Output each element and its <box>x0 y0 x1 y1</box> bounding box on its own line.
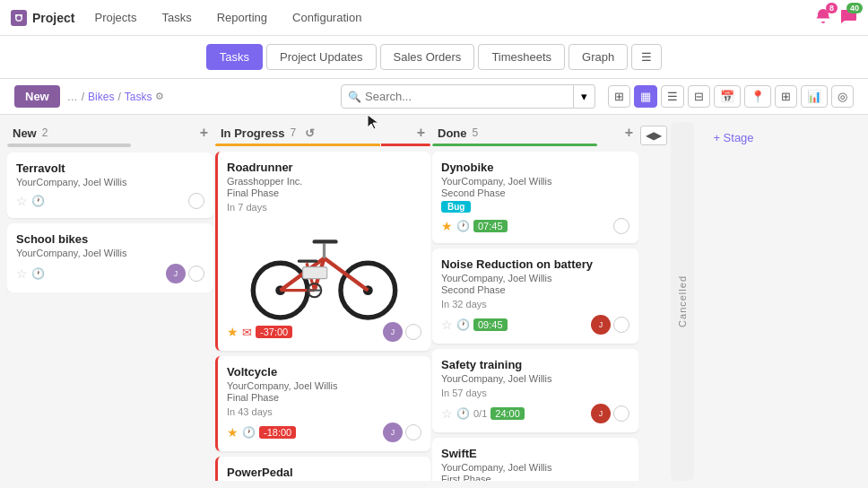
tab-sales-orders[interactable]: Sales Orders <box>380 44 475 70</box>
card-noise-reduction[interactable]: Noise Reduction on battery YourCompany, … <box>432 248 638 344</box>
app-logo[interactable]: Project <box>11 10 74 26</box>
breadcrumb: … / Bikes / Tasks ⚙ <box>67 91 165 103</box>
toggle-circle[interactable] <box>188 266 204 282</box>
view-activity-btn[interactable]: ◎ <box>831 85 854 108</box>
card-company: YourCompany, Joel Willis <box>16 177 204 187</box>
col-count-new: 2 <box>42 126 48 139</box>
nav-projects[interactable]: Projects <box>89 7 142 28</box>
card-company: YourCompany, Joel Willis <box>441 462 629 473</box>
card-footer: ★ 🕐 07:45 <box>441 218 629 234</box>
column-done: Done 5 + Dynobike YourCompany, Joel Will… <box>432 122 638 481</box>
breadcrumb-dots: … <box>67 91 78 103</box>
toggle-circle[interactable] <box>613 405 629 422</box>
tab-project-updates[interactable]: Project Updates <box>266 44 377 70</box>
card-actions: J <box>591 315 629 335</box>
view-filter-btn[interactable]: ⊞ <box>608 85 630 108</box>
avatar: J <box>383 423 403 442</box>
time-badge: -18:00 <box>259 426 296 439</box>
star-icon[interactable]: ☆ <box>16 194 28 208</box>
view-pivot-btn[interactable]: ⊞ <box>775 85 797 108</box>
card-company: YourCompany, Joel Willis <box>441 273 629 283</box>
card-actions: J <box>591 404 629 423</box>
bug-tag: Bug <box>441 201 471 213</box>
col-title-done: Done <box>438 126 467 140</box>
card-title: Dynobike <box>441 161 629 174</box>
view-calendar-btn[interactable]: 📅 <box>714 85 741 108</box>
toggle-circle[interactable] <box>405 424 421 440</box>
tab-graph[interactable]: Graph <box>569 44 628 70</box>
clock-icon: 🕐 <box>456 407 470 420</box>
col-add-new[interactable]: + <box>200 126 208 140</box>
card-school-bikes[interactable]: School bikes YourCompany, Joel Willis ☆ … <box>7 223 213 292</box>
view-map-btn[interactable]: 📍 <box>744 85 771 108</box>
nav-right: 8 40 <box>814 7 857 28</box>
avatar: J <box>166 264 186 283</box>
add-stage-button[interactable]: + Stage <box>713 131 753 144</box>
star-icon[interactable]: ★ <box>441 219 453 233</box>
nav-configuration[interactable]: Configuration <box>287 7 367 28</box>
view-table-btn[interactable]: ⊟ <box>688 85 710 108</box>
search-dropdown-btn[interactable]: ▾ <box>574 84 595 109</box>
tab-filter-icon[interactable]: ☰ <box>631 44 662 70</box>
star-icon[interactable]: ☆ <box>16 266 28 281</box>
notifications-badge[interactable]: 8 <box>814 7 832 28</box>
nav-reporting[interactable]: Reporting <box>212 7 273 28</box>
col-count-done: 5 <box>473 126 479 139</box>
time-badge: 07:45 <box>473 220 508 232</box>
star-icon[interactable]: ☆ <box>441 318 453 332</box>
card-title: Terravolt <box>16 161 204 175</box>
card-powerpedal[interactable]: PowerPedal YourCompany, Joel Willis Fina… <box>215 457 430 481</box>
view-chart-btn[interactable]: 📊 <box>801 85 828 108</box>
tab-timesheets[interactable]: Timesheets <box>478 44 565 70</box>
chat-badge[interactable]: 40 <box>839 7 857 28</box>
card-actions <box>188 193 204 209</box>
card-safety-training[interactable]: Safety training YourCompany, Joel Willis… <box>432 349 638 432</box>
star-icon[interactable]: ☆ <box>441 406 453 421</box>
view-list-btn[interactable]: ☰ <box>661 85 684 108</box>
card-terravolt[interactable]: Terravolt YourCompany, Joel Willis ☆ 🕐 <box>7 152 213 218</box>
card-dynobike[interactable]: Dynobike YourCompany, Joel Willis Second… <box>432 152 638 243</box>
star-icon[interactable]: ★ <box>227 325 239 339</box>
card-company: YourCompany, Joel Willis <box>441 176 629 187</box>
toggle-arrows-btn[interactable]: ◀▶ <box>640 126 667 145</box>
avatar: J <box>383 322 403 342</box>
card-company: Grasshopper Inc. <box>227 176 421 187</box>
card-phase: Final Phase <box>227 392 421 403</box>
toggle-circle[interactable] <box>405 324 421 340</box>
stage-col: + Stage <box>698 122 769 481</box>
col-header-inprogress: In Progress 7 ↺ + <box>215 122 430 144</box>
column-inprogress: In Progress 7 ↺ + Roadrunner Grasshopper… <box>215 122 430 481</box>
card-footer: ☆ 🕐 09:45 J <box>441 315 629 335</box>
card-title: SwiftE <box>441 447 629 460</box>
tab-bar: Tasks Project Updates Sales Orders Times… <box>0 36 868 79</box>
toggle-circle[interactable] <box>188 193 204 209</box>
tab-tasks[interactable]: Tasks <box>206 44 263 70</box>
col-add-inprogress[interactable]: + <box>417 126 425 140</box>
nav-tasks[interactable]: Tasks <box>156 7 196 28</box>
card-footer: ☆ 🕐 J <box>16 264 204 283</box>
card-footer: ☆ 🕐 <box>16 193 204 209</box>
col-refresh-inprogress[interactable]: ↺ <box>305 126 315 140</box>
time-badge: 09:45 <box>473 318 508 331</box>
col-count-inprogress: 7 <box>291 126 297 139</box>
card-voltcycle[interactable]: Voltcycle YourCompany, Joel Willis Final… <box>215 356 430 451</box>
breadcrumb-bikes[interactable]: Bikes <box>88 91 114 103</box>
col-title-new: New <box>13 126 37 140</box>
star-icon[interactable]: ★ <box>227 425 239 440</box>
toggle-circle[interactable] <box>613 218 629 234</box>
cancelled-label: Cancelled <box>677 275 688 327</box>
search-input[interactable] <box>341 84 574 109</box>
toggle-circle[interactable] <box>613 317 629 333</box>
col-header-new: New 2 + <box>7 122 213 144</box>
top-nav: Project Projects Tasks Reporting Configu… <box>0 0 868 36</box>
card-title: School bikes <box>16 232 204 246</box>
toggle-section: ◀▶ <box>640 122 667 481</box>
card-roadrunner[interactable]: Roadrunner Grasshopper Inc. Final Phase … <box>215 152 430 351</box>
clock-icon: 🕐 <box>456 220 470 232</box>
view-kanban-btn[interactable]: ▦ <box>634 85 657 108</box>
email-icon: ✉ <box>242 326 252 339</box>
gear-icon[interactable]: ⚙ <box>155 91 164 102</box>
card-swifte[interactable]: SwiftE YourCompany, Joel Willis First Ph… <box>432 438 638 481</box>
col-add-done[interactable]: + <box>625 126 633 140</box>
new-button[interactable]: New <box>14 85 60 108</box>
